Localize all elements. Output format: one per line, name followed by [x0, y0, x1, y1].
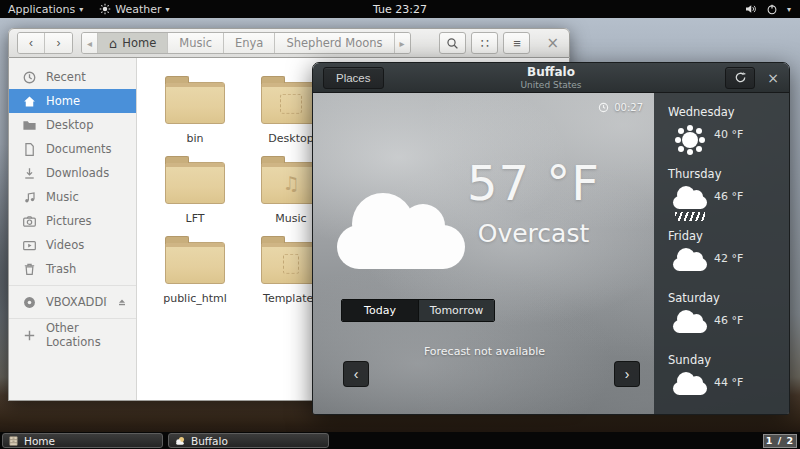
top-bar: Applications ▾ Weather ▾ Tue 23:27 ▾: [0, 0, 800, 18]
folder-item-bin[interactable]: bin: [147, 71, 243, 151]
eject-icon[interactable]: [116, 296, 128, 308]
breadcrumb-label: Shepherd Moons: [286, 36, 382, 50]
files-sidebar: Recent Home Desktop Documents Downloads: [9, 58, 137, 400]
home-icon: [22, 94, 37, 109]
next-location-button[interactable]: ›: [614, 361, 640, 387]
weather-header: Places Buffalo United States ×: [313, 63, 789, 93]
forecast-day-thursday[interactable]: Thursday 46 °F: [654, 163, 789, 225]
system-status-area[interactable]: ▾: [735, 0, 800, 18]
weekly-forecast-panel: Wednesday 40 °F Thursday 46 °F Friday: [654, 93, 789, 415]
folder-name: bin: [147, 132, 243, 145]
back-button[interactable]: ‹: [18, 33, 45, 53]
cloud-icon: [673, 320, 707, 333]
sidebar-item-label: Desktop: [46, 118, 93, 132]
path-scroll-left-button[interactable]: ◂: [82, 33, 98, 53]
window-menu-button[interactable]: ≡: [503, 32, 530, 54]
folder-item-lft[interactable]: LFT: [147, 151, 243, 231]
sidebar-item-home[interactable]: Home: [9, 89, 136, 113]
weather-app-icon: [174, 435, 186, 447]
sidebar-item-label: Documents: [46, 142, 112, 156]
power-icon[interactable]: [766, 3, 778, 15]
sidebar-item-label: Home: [46, 94, 80, 108]
forecast-temp: 42 °F: [714, 252, 743, 265]
current-temperature: 57 °F: [431, 155, 636, 211]
sidebar-item-pictures[interactable]: Pictures: [9, 209, 136, 233]
forecast-day-name: Thursday: [668, 167, 789, 181]
breadcrumb-enya[interactable]: Enya: [224, 33, 275, 53]
sidebar-item-documents[interactable]: Documents: [9, 137, 136, 161]
volume-icon[interactable]: [744, 3, 757, 15]
search-button[interactable]: [439, 32, 466, 54]
sidebar-item-other-locations[interactable]: Other Locations: [9, 323, 136, 347]
weather-close-button[interactable]: ×: [767, 71, 779, 85]
weather-header-actions: ×: [725, 67, 779, 89]
music-emblem-icon: ♫: [282, 172, 299, 194]
cloud-icon: [673, 258, 707, 271]
folder-item-public-html[interactable]: public_html: [147, 231, 243, 311]
sidebar-item-label: VBOXADDITI…: [46, 295, 107, 309]
camera-icon: [22, 214, 37, 229]
clock[interactable]: Tue 23:27: [365, 0, 435, 18]
sunny-icon: [682, 132, 698, 148]
taskbar-window-label: Buffalo: [191, 435, 228, 447]
files-close-button[interactable]: ×: [546, 36, 559, 51]
tab-tomorrow[interactable]: Tomorrow: [418, 300, 494, 321]
forecast-day-saturday[interactable]: Saturday 46 °F: [654, 287, 789, 349]
breadcrumb-shepherd-moons[interactable]: Shepherd Moons: [275, 33, 394, 53]
folder-icon: [165, 82, 225, 124]
music-note-icon: [22, 190, 37, 205]
forecast-day-name: Wednesday: [668, 105, 789, 119]
forecast-day-name: Saturday: [668, 291, 789, 305]
forecast-day-friday[interactable]: Friday 42 °F: [654, 225, 789, 287]
breadcrumb-home[interactable]: ⌂ Home: [98, 33, 168, 53]
document-icon: [22, 142, 37, 157]
sidebar-item-trash[interactable]: Trash: [9, 257, 136, 281]
weather-body: 00:27 57 °F Overcast Today Tomorrow Fore…: [313, 93, 789, 415]
taskbar-window-buffalo[interactable]: Buffalo: [168, 433, 329, 448]
plus-icon: [22, 328, 37, 343]
weather-location-subtitle: United States: [521, 80, 582, 90]
grid-view-icon: ∷: [481, 36, 489, 51]
cloud-icon: [673, 382, 707, 395]
tab-today[interactable]: Today: [342, 300, 418, 321]
current-conditions: 57 °F Overcast: [431, 155, 636, 248]
sidebar-item-downloads[interactable]: Downloads: [9, 161, 136, 185]
folder-icon: [165, 242, 225, 284]
chevron-down-icon: ▾: [166, 5, 170, 14]
taskbar-window-home[interactable]: Home: [2, 433, 163, 448]
breadcrumb-music[interactable]: Music: [168, 33, 224, 53]
view-grid-button[interactable]: ∷: [471, 32, 498, 54]
sidebar-item-label: Other Locations: [46, 321, 136, 349]
applications-menu-label: Applications: [8, 3, 75, 16]
taskbar-window-label: Home: [24, 435, 55, 447]
forecast-message: Forecast not available: [313, 345, 656, 358]
places-button[interactable]: Places: [323, 67, 384, 89]
video-icon: [22, 238, 37, 253]
workspace-pager[interactable]: 1 / 2: [763, 434, 797, 448]
sidebar-item-recent[interactable]: Recent: [9, 65, 136, 89]
refresh-button[interactable]: [725, 67, 755, 89]
desktop-emblem-icon: [280, 94, 302, 114]
sidebar-item-music[interactable]: Music: [9, 185, 136, 209]
previous-location-button[interactable]: ‹: [343, 361, 369, 387]
forecast-temp: 40 °F: [714, 128, 743, 141]
sidebar-separator: [9, 318, 136, 319]
weather-app-menu[interactable]: Weather ▾: [91, 0, 177, 18]
clock-icon: [22, 70, 37, 85]
forecast-day-wednesday[interactable]: Wednesday 40 °F: [654, 101, 789, 163]
sidebar-separator: [9, 285, 136, 286]
weather-location-title: Buffalo: [521, 65, 582, 79]
sidebar-item-videos[interactable]: Videos: [9, 233, 136, 257]
applications-menu[interactable]: Applications ▾: [0, 0, 91, 18]
sidebar-item-label: Pictures: [46, 214, 92, 228]
forecast-day-sunday[interactable]: Sunday 44 °F: [654, 349, 789, 411]
path-scroll-right-button[interactable]: ▸: [395, 33, 410, 53]
sidebar-item-vbox-additions[interactable]: VBOXADDITI…: [9, 290, 136, 314]
folder-name: LFT: [147, 212, 243, 225]
optical-disc-icon: [22, 295, 37, 310]
sidebar-item-desktop[interactable]: Desktop: [9, 113, 136, 137]
sidebar-item-label: Music: [46, 190, 79, 204]
local-time: 00:27: [598, 102, 643, 113]
forward-button[interactable]: ›: [45, 33, 72, 53]
local-time-value: 00:27: [614, 102, 643, 113]
